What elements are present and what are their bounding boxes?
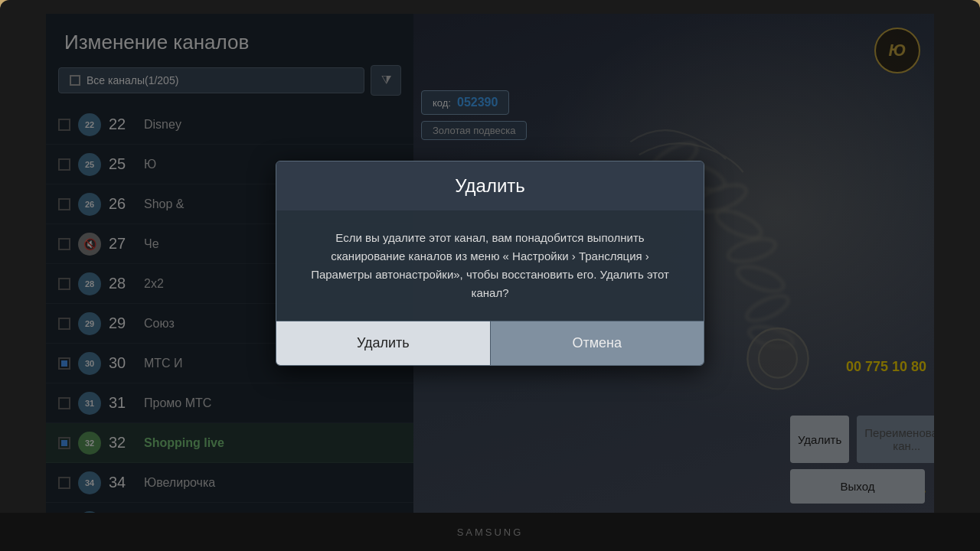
modal-message: Если вы удалите этот канал, вам понадоби…	[301, 229, 679, 302]
tv-bottom-bar: SAMSUNG	[0, 513, 980, 551]
modal-header: Удалить	[276, 161, 704, 210]
modal-title: Удалить	[295, 175, 685, 197]
modal-buttons: Удалить Отмена	[276, 321, 704, 365]
modal-confirm-button[interactable]: Удалить	[276, 321, 491, 365]
modal-cancel-button[interactable]: Отмена	[491, 321, 704, 365]
modal-body: Если вы удалите этот канал, вам понадоби…	[276, 210, 704, 321]
delete-confirmation-dialog: Удалить Если вы удалите этот канал, вам …	[276, 161, 704, 366]
tv-screen: Изменение каналов Все каналы(1/205) ⧩ 22…	[46, 14, 934, 513]
brand-logo: SAMSUNG	[457, 527, 524, 538]
tv-frame: Изменение каналов Все каналы(1/205) ⧩ 22…	[0, 0, 980, 551]
modal-overlay: Удалить Если вы удалите этот канал, вам …	[46, 14, 934, 513]
